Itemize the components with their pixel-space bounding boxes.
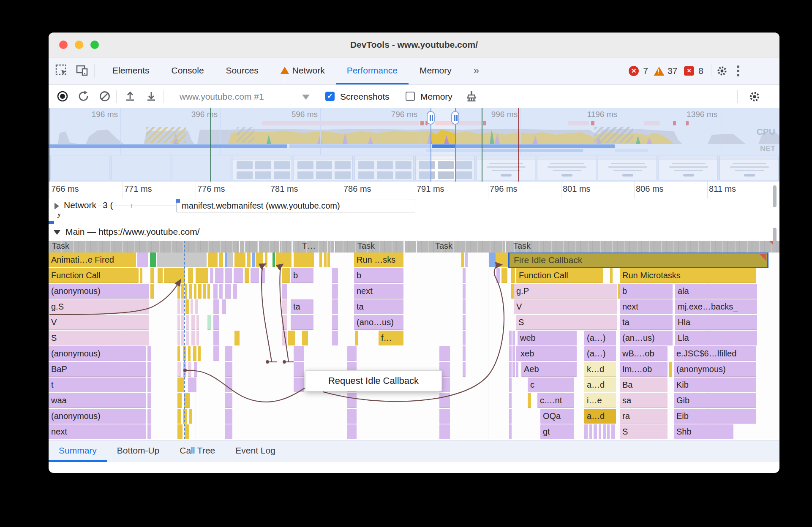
flame-bar[interactable] [509, 378, 512, 392]
flame-bar[interactable] [177, 409, 181, 424]
flame-bar[interactable] [213, 315, 219, 330]
flame-bar[interactable] [198, 284, 202, 299]
flame-bar[interactable] [177, 299, 180, 314]
flame-bar[interactable] [302, 331, 308, 345]
more-options-kebab-icon[interactable] [737, 70, 739, 72]
flame-bar[interactable]: (anonymous) [49, 346, 146, 361]
screenshots-label[interactable]: Screenshots [340, 85, 390, 108]
flame-bar[interactable] [294, 346, 304, 361]
inspect-element-icon[interactable] [55, 64, 68, 77]
flame-bar[interactable] [225, 424, 232, 439]
flame-bar[interactable] [213, 299, 219, 314]
flame-bar[interactable] [185, 299, 189, 314]
flame-bar[interactable] [463, 362, 466, 377]
flame-bar[interactable] [589, 424, 592, 439]
flame-bar[interactable] [265, 253, 267, 267]
flame-bar[interactable]: Hla [675, 315, 757, 330]
flame-bar[interactable] [512, 331, 515, 345]
flame-bar[interactable] [150, 284, 154, 299]
flame-bar[interactable] [327, 253, 330, 267]
flame-bar[interactable] [607, 424, 610, 439]
flame-bar[interactable] [234, 268, 243, 283]
flame-bar[interactable]: BaP [49, 362, 146, 377]
flame-bar[interactable]: Run …sks [354, 253, 403, 267]
load-profile-icon[interactable] [124, 90, 136, 103]
flame-bar[interactable]: next [49, 424, 146, 439]
flame-bar[interactable] [332, 284, 338, 299]
flame-bar[interactable]: mj.exe…backs_ [675, 299, 757, 314]
flame-bar[interactable] [496, 253, 508, 267]
flame-bar[interactable] [215, 268, 223, 283]
flame-bar[interactable]: V [49, 315, 149, 330]
flame-bar[interactable] [213, 346, 219, 361]
flame-bar[interactable] [210, 268, 213, 283]
flame-bar[interactable]: (anonymous) [49, 284, 149, 299]
flame-bar[interactable]: Animati…e Fired [49, 253, 136, 267]
flame-bar[interactable]: Lla [675, 331, 757, 345]
flame-bar[interactable] [177, 424, 183, 439]
flame-bar[interactable] [213, 284, 218, 299]
flame-bar[interactable] [611, 424, 615, 439]
flame-bar[interactable] [463, 299, 466, 314]
flame-bar[interactable] [177, 284, 180, 299]
flame-bar[interactable]: gt [540, 424, 574, 439]
flame-bar[interactable]: (a…) [584, 331, 616, 345]
flame-bar[interactable] [496, 268, 500, 283]
flame-bar[interactable] [225, 362, 232, 377]
flame-chart[interactable]: Animati…e FiredRun …sksFunction CallbbFu… [49, 253, 779, 439]
main-track-label[interactable]: Main — https://www.youtube.com/ [65, 227, 199, 237]
tab-network[interactable]: Network [270, 57, 336, 83]
flame-bar[interactable] [181, 331, 184, 345]
flame-bar[interactable] [252, 253, 255, 267]
flame-bar[interactable] [282, 315, 287, 330]
flame-bar[interactable] [208, 253, 218, 267]
flame-bar[interactable] [599, 424, 601, 439]
flame-bar[interactable] [332, 299, 338, 314]
more-tabs-icon[interactable]: » [463, 57, 490, 83]
flame-bar[interactable] [463, 331, 466, 345]
flame-bar[interactable] [516, 362, 518, 377]
flame-bar[interactable] [256, 253, 263, 267]
flame-bar[interactable] [194, 362, 197, 377]
flame-bar[interactable] [195, 299, 198, 314]
issues-icon[interactable]: ✕ [684, 66, 694, 76]
flame-bar[interactable] [225, 284, 231, 299]
flame-bar[interactable]: Ba [620, 378, 668, 392]
issue-count[interactable]: 8 [698, 66, 703, 76]
flame-bar[interactable] [347, 393, 357, 408]
flame-bar[interactable]: S [516, 315, 617, 330]
main-disclosure-icon[interactable] [54, 230, 60, 235]
flame-bar[interactable] [207, 284, 210, 299]
flame-bar[interactable]: ta [291, 299, 313, 314]
flame-bar[interactable]: Function Call [49, 268, 139, 283]
flame-bar[interactable] [164, 268, 185, 283]
flame-bar[interactable]: g.S [49, 299, 149, 314]
flame-bar[interactable]: (ano…us) [354, 315, 403, 330]
flame-bar[interactable] [186, 315, 189, 330]
flame-bar[interactable]: f… [379, 331, 403, 345]
flame-bar[interactable] [294, 362, 304, 377]
flame-bar[interactable] [181, 284, 184, 299]
flame-bar[interactable] [177, 346, 180, 361]
reload-and-record-button[interactable] [77, 90, 90, 103]
flame-bar[interactable] [233, 284, 237, 299]
selected-event-fire-idle-callback[interactable]: Fire Idle Callback [508, 253, 768, 268]
collect-garbage-icon[interactable] [465, 90, 477, 103]
flame-bar[interactable]: b [354, 268, 403, 283]
flame-bar[interactable] [245, 268, 249, 283]
flame-bar[interactable] [276, 253, 292, 267]
flame-bar[interactable] [294, 378, 304, 392]
flame-bar[interactable] [234, 331, 240, 345]
flame-bar[interactable] [191, 299, 193, 314]
flame-bar[interactable]: c.…nt [537, 393, 574, 408]
save-profile-icon[interactable] [145, 90, 158, 103]
flame-bar[interactable]: Eib [674, 409, 756, 424]
flame-bar[interactable] [181, 315, 184, 330]
screenshots-checkbox[interactable]: ✓ [325, 92, 335, 101]
flame-bar[interactable] [319, 253, 322, 267]
flame-bar[interactable] [147, 346, 151, 361]
flame-bar[interactable]: xeb [518, 346, 577, 361]
tab-sources[interactable]: Sources [215, 57, 270, 83]
flame-bar[interactable] [137, 253, 148, 267]
flame-bar[interactable] [188, 346, 191, 361]
